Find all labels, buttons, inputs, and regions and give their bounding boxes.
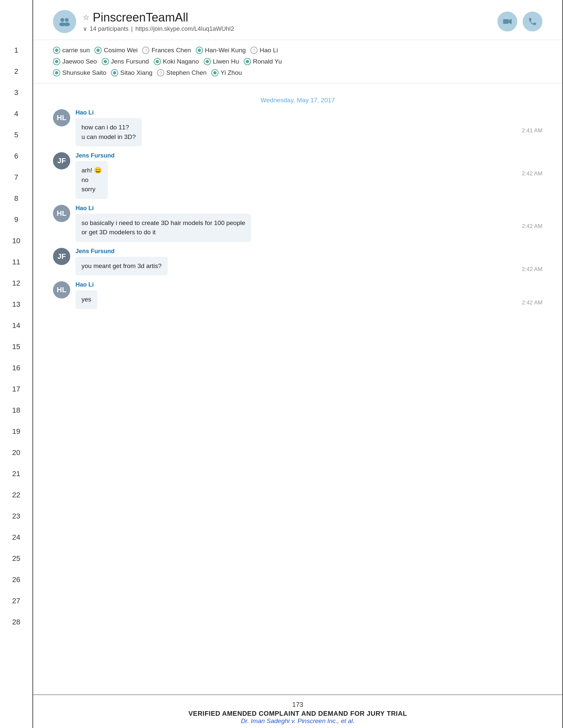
message-sender: Hao Li	[75, 281, 542, 288]
avatar-initials: JF	[57, 157, 66, 165]
group-header-left: ☆ PinscreenTeamAll ∨ 14 participants | h…	[53, 10, 234, 33]
message-time: 2:42 AM	[522, 290, 542, 306]
message-bubble: you meant get from 3d artis?	[75, 257, 167, 276]
participant-name: Yi Zhou	[220, 69, 242, 76]
date-divider: Wednesday, May 17, 2017	[53, 97, 542, 104]
participant-status-icon	[196, 47, 203, 54]
chevron-icon: ∨	[83, 25, 87, 32]
message-avatar: HL	[53, 281, 70, 298]
message-avatar: JF	[53, 248, 70, 265]
line-num-25: 25	[0, 548, 32, 569]
line-num-5: 5	[0, 124, 32, 146]
line-num-28: 28	[0, 612, 32, 633]
participant-question-icon: ?	[157, 69, 164, 76]
message-row: arh! 😄nosorry2:42 AM	[75, 161, 542, 199]
participant-name: Ronald Yu	[253, 58, 282, 65]
participant-status-icon	[111, 69, 118, 76]
participant-status-icon	[94, 47, 102, 54]
message-group: HLHao Liyes2:42 AM	[53, 281, 542, 309]
video-call-button[interactable]	[497, 12, 517, 31]
participants-row: Shunsuke SaitoSitao Xiang?Stephen ChenYi…	[53, 69, 542, 76]
participant-status-icon	[53, 58, 60, 65]
line-num-10: 10	[0, 230, 32, 251]
participants-row: carrie sunCosimo Wei?Frances ChenHan-Wei…	[53, 47, 542, 54]
line-num-3: 3	[0, 82, 32, 103]
line-num-11: 11	[0, 251, 32, 273]
message-content: Hao Liyes2:42 AM	[75, 281, 542, 309]
message-sender: Hao Li	[75, 109, 542, 116]
avatar-initials: JF	[57, 252, 66, 261]
phone-icon	[528, 17, 537, 26]
line-num-27: 27	[0, 590, 32, 612]
message-line: sorry	[81, 185, 102, 194]
participant-name: Hao Li	[259, 47, 278, 54]
group-link[interactable]: https://join.skype.com/L4Iuq1aWUhI2	[135, 25, 234, 32]
message-time: 2:42 AM	[522, 161, 542, 177]
footer-title: VERIFIED AMENDED COMPLAINT AND DEMAND FO…	[33, 710, 562, 717]
participant-name: Jaewoo Seo	[62, 58, 97, 65]
group-header: ☆ PinscreenTeamAll ∨ 14 participants | h…	[33, 0, 562, 40]
participant-question-icon: ?	[250, 47, 258, 54]
line-num-14: 14	[0, 315, 32, 336]
svg-rect-4	[503, 19, 508, 24]
message-line: u can model in 3D?	[81, 132, 136, 142]
avatar-initials: HL	[57, 286, 66, 294]
footer-subtitle: Dr. Iman Sadeghi v. Pinscreen Inc., et a…	[33, 717, 562, 725]
line-numbers: 1234567891011121314151617181920212223242…	[0, 0, 33, 728]
participant-chip: Sitao Xiang	[111, 69, 152, 76]
participants-row: Jaewoo SeoJens FursundKoki NaganoLiwen H…	[53, 58, 542, 65]
message-bubble: so basically i need to create 3D hair mo…	[75, 214, 251, 242]
participant-name: carrie sun	[62, 47, 90, 54]
line-num-16: 16	[0, 357, 32, 379]
line-num-1: 1	[0, 40, 32, 61]
group-name: PinscreenTeamAll	[93, 11, 188, 24]
message-line: yes	[81, 295, 91, 304]
group-title-row: ☆ PinscreenTeamAll	[83, 11, 234, 24]
message-content: Hao Liso basically i need to create 3D h…	[75, 205, 542, 242]
line-num-18: 18	[0, 400, 32, 421]
avatar-initials: HL	[57, 114, 66, 122]
participant-name: Shunsuke Saito	[62, 69, 106, 76]
svg-point-1	[65, 18, 69, 22]
audio-call-button[interactable]	[523, 12, 542, 31]
group-actions	[497, 12, 542, 31]
line-num-9: 9	[0, 209, 32, 230]
participant-chip: ?Stephen Chen	[157, 69, 207, 76]
message-line: you meant get from 3d artis?	[81, 261, 162, 271]
message-group: HLHao Lihow can i do 11?u can model in 3…	[53, 109, 542, 146]
participant-chip: Ronald Yu	[244, 58, 282, 65]
avatar-initials: HL	[57, 209, 66, 218]
line-num-13: 13	[0, 294, 32, 315]
participant-status-icon	[204, 58, 211, 65]
line-num-6: 6	[0, 146, 32, 167]
message-line: no	[81, 175, 102, 185]
participant-chip: Cosimo Wei	[94, 47, 137, 54]
message-content: Jens Fursundyou meant get from 3d artis?…	[75, 248, 542, 276]
line-num-8: 8	[0, 188, 32, 209]
message-line: or get 3D modelers to do it	[81, 228, 245, 237]
participant-name: Cosimo Wei	[104, 47, 137, 54]
participant-chip: Yi Zhou	[211, 69, 242, 76]
group-sep: |	[131, 25, 133, 32]
main-content: ☆ PinscreenTeamAll ∨ 14 participants | h…	[33, 0, 563, 728]
line-num-17: 17	[0, 379, 32, 400]
participant-chip: ?Hao Li	[250, 47, 278, 54]
participant-chip: Han-Wei Kung	[196, 47, 246, 54]
line-num-26: 26	[0, 569, 32, 590]
chat-area: Wednesday, May 17, 2017 HLHao Lihow can …	[33, 83, 562, 695]
message-time: 2:42 AM	[522, 214, 542, 230]
line-num-20: 20	[0, 442, 32, 463]
svg-marker-5	[509, 19, 512, 24]
participant-name: Liwen Hu	[213, 58, 239, 65]
line-num-24: 24	[0, 527, 32, 548]
line-num-19: 19	[0, 421, 32, 442]
svg-point-0	[61, 18, 64, 22]
line-num-2: 2	[0, 61, 32, 82]
message-line: arh! 😄	[81, 166, 102, 175]
group-meta: ∨ 14 participants | https://join.skype.c…	[83, 25, 234, 32]
participant-chip: Jaewoo Seo	[53, 58, 97, 65]
group-participants: 14 participants	[90, 25, 128, 32]
participant-status-icon	[102, 58, 109, 65]
line-num-12: 12	[0, 273, 32, 294]
participant-status-icon	[53, 47, 60, 54]
